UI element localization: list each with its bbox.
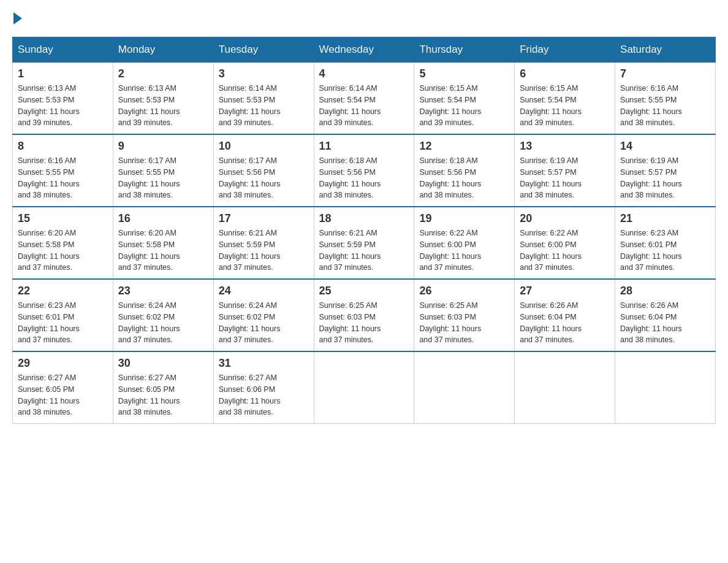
day-number: 19 [419,212,509,225]
day-info: Sunrise: 6:27 AMSunset: 6:06 PMDaylight:… [219,372,309,418]
day-number: 9 [118,140,208,153]
day-info: Sunrise: 6:15 AMSunset: 5:54 PMDaylight:… [520,83,610,129]
calendar-header-tuesday: Tuesday [213,37,314,63]
calendar-cell: 9Sunrise: 6:17 AMSunset: 5:55 PMDaylight… [113,134,213,207]
calendar-header-wednesday: Wednesday [314,37,414,63]
calendar-cell: 13Sunrise: 6:19 AMSunset: 5:57 PMDayligh… [515,134,615,207]
calendar-header-row: SundayMondayTuesdayWednesdayThursdayFrid… [13,37,716,63]
day-info: Sunrise: 6:26 AMSunset: 6:04 PMDaylight:… [620,300,710,346]
logo-arrow-icon [13,12,22,25]
day-number: 10 [219,140,309,153]
day-number: 7 [620,67,710,80]
day-info: Sunrise: 6:27 AMSunset: 6:05 PMDaylight:… [18,372,108,418]
calendar-header-thursday: Thursday [414,37,515,63]
calendar-cell: 24Sunrise: 6:24 AMSunset: 6:02 PMDayligh… [213,279,314,351]
day-info: Sunrise: 6:25 AMSunset: 6:03 PMDaylight:… [419,300,509,346]
day-info: Sunrise: 6:13 AMSunset: 5:53 PMDaylight:… [18,83,108,129]
calendar-cell: 15Sunrise: 6:20 AMSunset: 5:58 PMDayligh… [13,207,113,279]
day-info: Sunrise: 6:17 AMSunset: 5:56 PMDaylight:… [219,155,309,201]
day-number: 14 [620,140,710,153]
calendar-week-row-3: 15Sunrise: 6:20 AMSunset: 5:58 PMDayligh… [13,207,716,279]
calendar-cell: 17Sunrise: 6:21 AMSunset: 5:59 PMDayligh… [213,207,314,279]
day-info: Sunrise: 6:18 AMSunset: 5:56 PMDaylight:… [419,155,509,201]
calendar-cell: 14Sunrise: 6:19 AMSunset: 5:57 PMDayligh… [615,134,716,207]
calendar-cell: 21Sunrise: 6:23 AMSunset: 6:01 PMDayligh… [615,207,716,279]
calendar-cell: 18Sunrise: 6:21 AMSunset: 5:59 PMDayligh… [314,207,414,279]
calendar-header-monday: Monday [113,37,213,63]
day-info: Sunrise: 6:23 AMSunset: 6:01 PMDaylight:… [620,228,710,274]
day-info: Sunrise: 6:21 AMSunset: 5:59 PMDaylight:… [219,228,309,274]
calendar-header-sunday: Sunday [13,37,113,63]
day-number: 20 [520,212,610,225]
day-info: Sunrise: 6:19 AMSunset: 5:57 PMDaylight:… [520,155,610,201]
calendar-cell: 4Sunrise: 6:14 AMSunset: 5:54 PMDaylight… [314,63,414,135]
day-number: 4 [319,67,409,80]
calendar-cell: 29Sunrise: 6:27 AMSunset: 6:05 PMDayligh… [13,351,113,424]
day-info: Sunrise: 6:27 AMSunset: 6:05 PMDaylight:… [118,372,208,418]
day-number: 6 [520,67,610,80]
calendar-header-saturday: Saturday [615,37,716,63]
day-number: 21 [620,212,710,225]
calendar-cell: 8Sunrise: 6:16 AMSunset: 5:55 PMDaylight… [13,134,113,207]
day-info: Sunrise: 6:20 AMSunset: 5:58 PMDaylight:… [118,228,208,274]
day-number: 22 [18,285,108,297]
day-number: 16 [118,212,208,225]
day-info: Sunrise: 6:24 AMSunset: 6:02 PMDaylight:… [219,300,309,346]
day-info: Sunrise: 6:15 AMSunset: 5:54 PMDaylight:… [419,83,509,129]
day-number: 28 [620,285,710,297]
calendar-table: SundayMondayTuesdayWednesdayThursdayFrid… [12,37,716,424]
calendar-cell: 5Sunrise: 6:15 AMSunset: 5:54 PMDaylight… [414,63,515,135]
day-number: 25 [319,285,409,297]
day-number: 2 [118,67,208,80]
calendar-cell: 11Sunrise: 6:18 AMSunset: 5:56 PMDayligh… [314,134,414,207]
day-info: Sunrise: 6:17 AMSunset: 5:55 PMDaylight:… [118,155,208,201]
calendar-week-row-5: 29Sunrise: 6:27 AMSunset: 6:05 PMDayligh… [13,351,716,424]
calendar-week-row-4: 22Sunrise: 6:23 AMSunset: 6:01 PMDayligh… [13,279,716,351]
day-info: Sunrise: 6:23 AMSunset: 6:01 PMDaylight:… [18,300,108,346]
calendar-cell: 25Sunrise: 6:25 AMSunset: 6:03 PMDayligh… [314,279,414,351]
calendar-cell [515,351,615,424]
day-info: Sunrise: 6:16 AMSunset: 5:55 PMDaylight:… [620,83,710,129]
day-info: Sunrise: 6:13 AMSunset: 5:53 PMDaylight:… [118,83,208,129]
calendar-cell: 16Sunrise: 6:20 AMSunset: 5:58 PMDayligh… [113,207,213,279]
day-number: 11 [319,140,409,153]
day-number: 17 [219,212,309,225]
calendar-cell: 31Sunrise: 6:27 AMSunset: 6:06 PMDayligh… [213,351,314,424]
day-info: Sunrise: 6:21 AMSunset: 5:59 PMDaylight:… [319,228,409,274]
day-info: Sunrise: 6:22 AMSunset: 6:00 PMDaylight:… [520,228,610,274]
day-number: 26 [419,285,509,297]
day-info: Sunrise: 6:16 AMSunset: 5:55 PMDaylight:… [18,155,108,201]
day-number: 31 [219,357,309,370]
calendar-cell: 1Sunrise: 6:13 AMSunset: 5:53 PMDaylight… [13,63,113,135]
day-number: 12 [419,140,509,153]
calendar-cell [314,351,414,424]
day-number: 3 [219,67,309,80]
day-number: 18 [319,212,409,225]
calendar-week-row-2: 8Sunrise: 6:16 AMSunset: 5:55 PMDaylight… [13,134,716,207]
day-number: 27 [520,285,610,297]
calendar-cell: 3Sunrise: 6:14 AMSunset: 5:53 PMDaylight… [213,63,314,135]
day-info: Sunrise: 6:19 AMSunset: 5:57 PMDaylight:… [620,155,710,201]
calendar-week-row-1: 1Sunrise: 6:13 AMSunset: 5:53 PMDaylight… [13,63,716,135]
calendar-cell [414,351,515,424]
day-number: 13 [520,140,610,153]
calendar-cell: 12Sunrise: 6:18 AMSunset: 5:56 PMDayligh… [414,134,515,207]
day-number: 8 [18,140,108,153]
day-info: Sunrise: 6:20 AMSunset: 5:58 PMDaylight:… [18,228,108,274]
calendar-cell: 22Sunrise: 6:23 AMSunset: 6:01 PMDayligh… [13,279,113,351]
calendar-cell: 2Sunrise: 6:13 AMSunset: 5:53 PMDaylight… [113,63,213,135]
day-info: Sunrise: 6:14 AMSunset: 5:53 PMDaylight:… [219,83,309,129]
day-number: 24 [219,285,309,297]
calendar-cell: 26Sunrise: 6:25 AMSunset: 6:03 PMDayligh… [414,279,515,351]
day-number: 29 [18,357,108,370]
calendar-cell: 30Sunrise: 6:27 AMSunset: 6:05 PMDayligh… [113,351,213,424]
calendar-cell: 6Sunrise: 6:15 AMSunset: 5:54 PMDaylight… [515,63,615,135]
day-info: Sunrise: 6:26 AMSunset: 6:04 PMDaylight:… [520,300,610,346]
day-info: Sunrise: 6:14 AMSunset: 5:54 PMDaylight:… [319,83,409,129]
day-number: 1 [18,67,108,80]
day-number: 5 [419,67,509,80]
calendar-header-friday: Friday [515,37,615,63]
calendar-cell: 20Sunrise: 6:22 AMSunset: 6:00 PMDayligh… [515,207,615,279]
calendar-cell [615,351,716,424]
day-number: 15 [18,212,108,225]
